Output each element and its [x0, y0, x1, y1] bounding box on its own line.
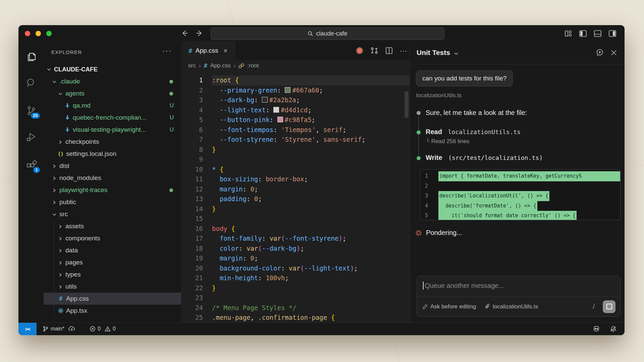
code-line-12[interactable]: 12 margin: 0; [181, 184, 410, 194]
code-line-13[interactable]: 13 padding: 0; [181, 194, 410, 204]
code-line-24[interactable]: 24/* Menu Page Styles */ [181, 303, 410, 313]
code-line-4[interactable]: 4 --light-text: #d4d1cd; [181, 105, 410, 115]
stop-button[interactable] [603, 300, 615, 313]
minimize-traffic-light[interactable] [36, 31, 41, 36]
open-changes-icon[interactable] [370, 47, 378, 55]
code-editor[interactable]: 1:root {2 --primary-green: #667a60;3 --d… [181, 71, 410, 323]
explorer-more-actions-icon[interactable]: ··· [162, 47, 172, 55]
new-chat-icon[interactable] [596, 49, 604, 57]
close-traffic-light[interactable] [25, 31, 30, 36]
code-line-17[interactable]: 17 font-family: var(--font-styrene); [181, 234, 410, 244]
zoom-traffic-light[interactable] [46, 31, 52, 36]
tree-item-agents[interactable]: agents [44, 87, 181, 100]
tree-item-assets[interactable]: assets [44, 220, 181, 232]
tree-item-app-tsx[interactable]: App.tsx [44, 305, 181, 317]
code-line-23[interactable]: 23 [181, 293, 410, 303]
forward-arrow-icon[interactable] [195, 29, 204, 37]
slash-command-hint[interactable]: / [593, 303, 595, 310]
tree-item-checkpoints[interactable]: checkpoints [44, 136, 181, 148]
editor-scrollbar[interactable] [405, 92, 409, 118]
code-text [212, 214, 410, 224]
code-line-7[interactable]: 7 --font-styrene: 'Styrene', sans-serif; [181, 135, 410, 145]
notifications-muted-icon[interactable] [610, 323, 617, 335]
tree-item-node-modules[interactable]: node_modules [44, 172, 181, 184]
code-line-25[interactable]: 25.menu-page, .confirmation-page { [181, 313, 410, 323]
tree-item-playwright-traces[interactable]: playwright-traces [44, 184, 181, 196]
tree-item-settings-local-json[interactable]: {}settings.local.json [44, 148, 181, 160]
code-line-19[interactable]: 19 margin: 0; [181, 253, 410, 263]
command-center-search[interactable]: claude-cafe [211, 27, 444, 40]
code-line-8[interactable]: 8} [181, 145, 410, 155]
code-line-16[interactable]: 16body { [181, 224, 410, 234]
tree-item-data[interactable]: data [44, 244, 181, 256]
attached-file-chip[interactable]: localizationUtils.ts [485, 303, 538, 310]
code-line-1[interactable]: 1:root { [181, 75, 410, 85]
permission-mode-button[interactable]: Ask before editing [422, 303, 476, 310]
code-token: : [273, 136, 281, 143]
read-step[interactable]: Read localizationUtils.ts [426, 128, 521, 136]
explorer-icon[interactable] [25, 51, 37, 63]
tree-item-types[interactable]: types [44, 268, 181, 281]
code-line-21[interactable]: 21 min-height: 100vh; [181, 273, 410, 283]
code-line-14[interactable]: 14} [181, 204, 410, 214]
chat-input-box[interactable]: Queue another message... Ask before edit… [417, 276, 621, 317]
run-debug-icon[interactable] [25, 131, 37, 142]
breadcrumb-src[interactable]: src [188, 62, 196, 69]
search-icon[interactable] [25, 77, 37, 89]
claude-starburst-icon[interactable] [356, 47, 364, 55]
tree-item-claude-cafe[interactable]: CLAUDE-CAFE [44, 63, 181, 75]
toggle-panel-icon[interactable] [594, 30, 602, 37]
chat-input[interactable]: Queue another message... [423, 282, 504, 290]
close-panel-icon[interactable] [610, 49, 618, 57]
panel-title-dropdown[interactable]: Unit Tests [417, 49, 459, 57]
back-arrow-icon[interactable] [180, 29, 189, 37]
tree-item-components[interactable]: components [44, 232, 181, 244]
tree-item-visual-testing-playwright[interactable]: visual-testing-playwright...U [44, 124, 181, 136]
code-line-9[interactable]: 9 [181, 155, 410, 165]
code-token: ; [342, 126, 346, 133]
close-tab-icon[interactable]: × [223, 47, 227, 55]
copilot-status-icon[interactable] [593, 323, 600, 335]
color-swatch[interactable] [285, 87, 290, 93]
code-line-10[interactable]: 10* { [181, 165, 410, 175]
tree-item-qa-md[interactable]: qa.mdU [44, 100, 181, 112]
tree-item-src[interactable]: src [44, 208, 181, 220]
code-line-11[interactable]: 11 box-sizing: border-box; [181, 174, 410, 184]
code-line-6[interactable]: 6 --font-tiempos: 'Tiempos', serif; [181, 125, 410, 135]
source-control-icon[interactable]: 25 [25, 105, 37, 116]
breadcrumbs[interactable]: src › # App.css › :root [181, 60, 410, 71]
breadcrumb-file[interactable]: App.css [210, 62, 230, 69]
toggle-primary-sidebar-icon[interactable] [579, 30, 587, 37]
color-swatch[interactable] [277, 117, 283, 122]
code-line-20[interactable]: 20 background-color: var(--light-text); [181, 263, 410, 274]
line-number: 10 [181, 165, 203, 175]
breadcrumb-symbol[interactable]: :root [247, 62, 259, 69]
tree-item-app-css[interactable]: #App.css [44, 293, 181, 305]
tree-item-public[interactable]: public [44, 196, 181, 208]
git-branch-item[interactable]: main* [43, 323, 75, 335]
color-swatch[interactable] [262, 97, 268, 103]
split-editor-icon[interactable] [385, 47, 393, 55]
tab-app-css[interactable]: # App.css × [181, 41, 235, 60]
code-token [212, 185, 220, 193]
tree-item-claude[interactable]: .claude [44, 75, 181, 87]
problems-item[interactable]: 0 0 [90, 323, 116, 335]
editor-more-actions-icon[interactable]: ··· [400, 47, 407, 55]
toggle-secondary-sidebar-icon[interactable] [608, 30, 616, 37]
code-line-18[interactable]: 18 color: var(--dark-bg); [181, 244, 410, 254]
code-line-2[interactable]: 2 --primary-green: #667a60; [181, 85, 410, 96]
write-step[interactable]: Write (src/test/localization.ts) [426, 154, 543, 162]
code-line-15[interactable]: 15 [181, 214, 410, 224]
customize-layout-icon[interactable] [564, 30, 572, 37]
remote-indicator[interactable]: >< [18, 323, 37, 335]
tree-item-dist[interactable]: dist [44, 160, 181, 172]
diff-preview-block[interactable]: 1import { formatDate, translateKey, getC… [420, 169, 621, 220]
tree-item-utils[interactable]: utils [44, 281, 181, 293]
color-swatch[interactable] [273, 107, 279, 113]
code-line-3[interactable]: 3 --dark-bg: #2a2b2a; [181, 95, 410, 105]
code-line-5[interactable]: 5 --button-pink: #c98fa5; [181, 115, 410, 125]
code-line-22[interactable]: 22} [181, 283, 410, 293]
tree-item-quebec-french-complian[interactable]: quebec-french-complian...U [44, 112, 181, 124]
extensions-icon[interactable]: 1 [25, 159, 37, 171]
tree-item-pages[interactable]: pages [44, 256, 181, 268]
